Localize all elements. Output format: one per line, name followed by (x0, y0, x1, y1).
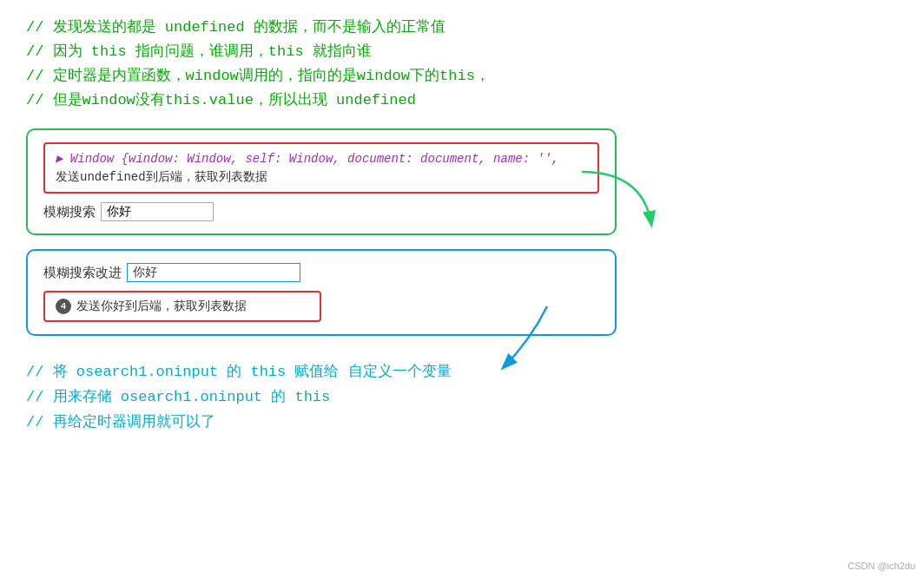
top-comment-block: // 发现发送的都是 undefined 的数据，而不是输入的正常值 // 因为… (26, 16, 898, 113)
send-undefined-text: 发送undefined到后端，获取列表数据 (56, 169, 587, 185)
window-obj-text: ▶ Window {window: Window, self: Window, … (56, 151, 587, 166)
search-label-blue: 模糊搜索改进 (43, 265, 122, 281)
comment-bottom-3: // 再给定时器调用就可以了 (26, 411, 898, 436)
green-demo-box: ▶ Window {window: Window, self: Window, … (26, 128, 617, 235)
window-output-box: ▶ Window {window: Window, self: Window, … (43, 142, 599, 194)
demo-wrapper: ▶ Window {window: Window, self: Window, … (26, 128, 738, 350)
comment-line-2: // 因为 this 指向问题，谁调用，this 就指向谁 (26, 40, 898, 64)
search-row-green: 模糊搜索 (43, 202, 599, 221)
send-result-box-blue: 4 发送你好到后端，获取列表数据 (43, 291, 321, 322)
comment-line-4: // 但是window没有this.value，所以出现 undefined (26, 89, 898, 113)
search-row-blue: 模糊搜索改进 (43, 263, 599, 282)
search-input-green[interactable] (101, 202, 214, 221)
comment-line-1: // 发现发送的都是 undefined 的数据，而不是输入的正常值 (26, 16, 898, 40)
search-label-green: 模糊搜索 (43, 204, 96, 220)
search-input-blue[interactable] (127, 263, 300, 282)
step-number: 4 (56, 299, 71, 314)
blue-demo-box: 模糊搜索改进 4 发送你好到后端，获取列表数据 (26, 249, 617, 336)
watermark: CSDN @ich2du (848, 561, 915, 571)
comment-line-3: // 定时器是内置函数，window调用的，指向的是window下的this， (26, 64, 898, 89)
bottom-comment-block: // 将 osearch1.oninput 的 this 赋值给 自定义一个变量… (26, 360, 898, 436)
send-result-text: 发送你好到后端，获取列表数据 (76, 299, 247, 314)
comment-bottom-1: // 将 osearch1.oninput 的 this 赋值给 自定义一个变量 (26, 360, 898, 385)
comment-bottom-2: // 用来存储 osearch1.oninput 的 this (26, 385, 898, 411)
